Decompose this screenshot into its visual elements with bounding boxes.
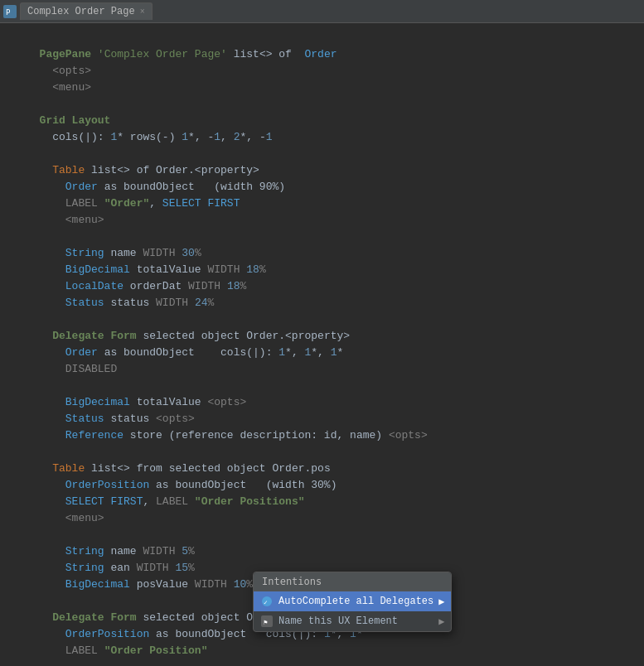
code-line: Status status WIDTH 24% bbox=[0, 295, 644, 311]
token: LABEL bbox=[65, 644, 104, 657]
token: store (reference description: id, name) bbox=[123, 429, 389, 442]
code-line bbox=[0, 96, 644, 113]
code-content: Delegate Form selected object Order.<pro… bbox=[27, 328, 637, 345]
code-line: String name WIDTH 30% bbox=[0, 245, 644, 262]
intentions-item-autocomplete[interactable]: ✓AutoComplete all Delegates▶ bbox=[254, 591, 451, 611]
token: totalValue bbox=[130, 263, 208, 276]
code-line: PagePane 'Complex Order Page' list<> of … bbox=[0, 46, 644, 63]
token: % bbox=[240, 280, 246, 292]
token: "Order Positions" bbox=[195, 495, 305, 508]
code-line: LABEL "Order", SELECT FIRST bbox=[0, 195, 644, 212]
code-content: PagePane 'Complex Order Page' list<> of … bbox=[27, 46, 637, 63]
intentions-item-icon: ✓ bbox=[260, 595, 274, 608]
token: 1 bbox=[266, 131, 273, 143]
intentions-item-arrow-icon: ▶ bbox=[438, 615, 444, 628]
token: LocalDate bbox=[65, 280, 123, 292]
code-line: OrderPosition as boundObject (width 30%) bbox=[0, 477, 644, 494]
intentions-title: Intentions bbox=[254, 572, 451, 591]
code-content: cols(|): 1* rows(-) 1*, -1, 2*, -1 bbox=[27, 129, 637, 146]
token: String bbox=[65, 247, 104, 259]
code-content: Reference store (reference description: … bbox=[27, 427, 637, 444]
code-line bbox=[0, 527, 644, 543]
code-content: <opts> bbox=[27, 63, 637, 80]
token: String bbox=[65, 545, 104, 557]
code-line: <menu> bbox=[0, 212, 644, 229]
token: OrderPosition bbox=[65, 479, 149, 491]
token: Table bbox=[52, 462, 85, 475]
code-content: OrderPosition as boundObject (width 30%) bbox=[27, 477, 637, 494]
intentions-item-name-element[interactable]: ⚑Name this UX Element▶ bbox=[254, 611, 451, 631]
token: totalValue bbox=[130, 396, 208, 408]
token: 18 bbox=[227, 280, 240, 292]
token: PagePane bbox=[40, 48, 91, 60]
token: , bbox=[143, 495, 156, 508]
token: ean bbox=[104, 562, 137, 574]
token: list<> of bbox=[227, 48, 305, 60]
token: orderDat bbox=[123, 280, 188, 292]
code-content: Grid Layout bbox=[27, 113, 637, 129]
code-line: <menu> bbox=[0, 510, 644, 527]
token: <menu> bbox=[65, 214, 104, 226]
token: <opts> bbox=[52, 65, 91, 77]
code-content: <menu> bbox=[27, 510, 637, 527]
code-content: SELECT FIRST, LABEL "Order Positions" bbox=[27, 494, 637, 510]
tab-close-button[interactable]: × bbox=[140, 7, 145, 17]
code-line bbox=[0, 311, 644, 328]
token: *, bbox=[311, 346, 330, 359]
code-line: Order as boundObject cols(|): 1*, 1*, 1* bbox=[0, 345, 644, 361]
intentions-popup: Intentions ✓AutoComplete all Delegates▶⚑… bbox=[253, 572, 452, 632]
token: 1 bbox=[331, 346, 337, 359]
editor-tab[interactable]: Complex Order Page × bbox=[20, 2, 153, 20]
code-line: Table list<> from selected object Order.… bbox=[0, 461, 644, 477]
token: 2 bbox=[234, 131, 240, 143]
code-content: LABEL "Order", SELECT FIRST bbox=[27, 195, 637, 212]
code-line: Status status <opts> bbox=[0, 411, 644, 427]
code-line: Reference store (reference description: … bbox=[0, 427, 644, 444]
code-content: Status status WIDTH 24% bbox=[27, 295, 637, 311]
code-content: <menu> bbox=[27, 80, 637, 96]
token: *, bbox=[285, 346, 304, 359]
code-line: DISABLED bbox=[0, 361, 644, 378]
token: as boundObject (width 30%) bbox=[149, 479, 337, 491]
token: LABEL bbox=[156, 495, 195, 508]
code-content: Table list<> of Order.<property> bbox=[27, 162, 637, 179]
code-content: <menu> bbox=[27, 212, 637, 229]
code-content: LocalDate orderDat WIDTH 18% bbox=[27, 278, 637, 295]
code-line: cols(|): 1* rows(-) 1*, -1, 2*, -1 bbox=[0, 129, 644, 146]
code-line bbox=[0, 444, 644, 461]
code-line: Order as boundObject (width 90%) bbox=[0, 179, 644, 195]
token: 1 bbox=[182, 131, 188, 143]
token: BigDecimal bbox=[65, 578, 130, 591]
token: % bbox=[207, 297, 214, 309]
token: 24 bbox=[195, 297, 208, 309]
intentions-item-label: AutoComplete all Delegates bbox=[278, 596, 433, 607]
token: % bbox=[246, 578, 253, 591]
token: 18 bbox=[246, 263, 259, 276]
token: Status bbox=[65, 413, 104, 425]
token: <opts> bbox=[389, 429, 428, 442]
token: Reference bbox=[65, 429, 123, 442]
token: "Order" bbox=[104, 197, 150, 210]
token: SELECT FIRST bbox=[65, 495, 143, 508]
code-line: <menu> bbox=[0, 80, 644, 96]
token: % bbox=[195, 247, 201, 259]
svg-text:✓: ✓ bbox=[264, 599, 268, 606]
intentions-item-arrow-icon: ▶ bbox=[438, 596, 444, 608]
token: LABEL bbox=[65, 197, 104, 210]
svg-text:⚑: ⚑ bbox=[264, 619, 268, 626]
token: *, - bbox=[240, 131, 266, 143]
token: 15 bbox=[175, 562, 188, 574]
token bbox=[91, 48, 98, 60]
code-line: String name WIDTH 5% bbox=[0, 543, 644, 560]
code-line: <opts> bbox=[0, 63, 644, 80]
token: OrderPosition bbox=[65, 628, 149, 640]
token: Order bbox=[65, 346, 98, 359]
token: BigDecimal bbox=[65, 263, 130, 276]
app-icon: P bbox=[3, 5, 17, 18]
token: status bbox=[104, 413, 156, 425]
token: String bbox=[65, 562, 104, 574]
token bbox=[227, 578, 234, 591]
token: as boundObject cols(|): bbox=[98, 346, 278, 359]
code-line: LABEL "Order Position" bbox=[0, 643, 644, 659]
token: name bbox=[104, 247, 143, 259]
